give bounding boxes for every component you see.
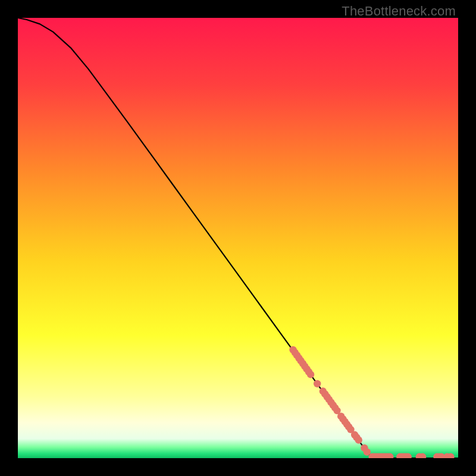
data-dot [314,380,321,387]
chart-canvas [18,18,458,458]
data-dot [307,371,314,378]
data-dot [355,436,362,443]
chart-background-gradient [18,18,458,458]
watermark-text: TheBottleneck.com [342,4,456,19]
